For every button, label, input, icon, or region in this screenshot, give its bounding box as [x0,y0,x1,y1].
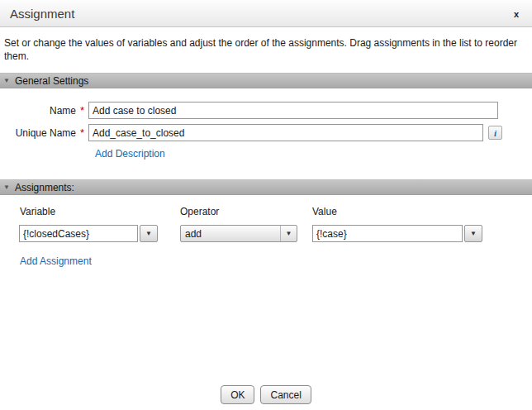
value-dropdown-icon[interactable]: ▼ [464,225,482,242]
collapse-triangle-icon[interactable]: ▼ [3,184,10,191]
operator-dropdown-icon[interactable]: ▼ [280,226,297,241]
unique-name-required-marker: * [76,126,88,139]
info-icon[interactable]: i [488,126,502,140]
general-settings-header-label: General Settings [15,75,88,87]
name-row: Name * [0,102,532,119]
assignment-column-headers: Variable Operator Value [20,206,532,217]
name-label: Name [0,105,76,117]
dialog-footer: OK Cancel [0,385,532,404]
dialog-titlebar: Assignment [0,0,532,27]
variable-combobox: ▼ [19,225,180,242]
assignment-dialog: Assignment x Set or change the values of… [0,0,532,410]
add-assignment-link[interactable]: Add Assignment [20,255,92,267]
add-description-link[interactable]: Add Description [95,148,165,160]
close-icon[interactable]: x [511,6,522,22]
unique-name-label: Unique Name [0,127,76,139]
operator-column-label: Operator [180,206,312,217]
dialog-title: Assignment [10,7,74,21]
value-column-label: Value [312,206,337,217]
name-input[interactable] [88,102,498,119]
assignments-header[interactable]: ▼ Assignments: [0,179,532,195]
general-settings-header[interactable]: ▼ General Settings [0,73,532,88]
unique-name-input[interactable] [88,124,483,141]
operator-select[interactable]: add ▼ [180,225,297,242]
variable-input[interactable] [19,225,138,242]
operator-selected-value: add [181,228,280,240]
assignments-header-label: Assignments: [15,182,74,193]
name-required-marker: * [76,104,88,117]
collapse-triangle-icon[interactable]: ▼ [3,78,10,84]
variable-column-label: Variable [20,206,180,217]
variable-dropdown-icon[interactable]: ▼ [140,225,158,242]
value-combobox: ▼ [312,225,482,242]
value-input[interactable] [312,225,463,242]
cancel-button[interactable]: Cancel [260,385,311,404]
unique-name-row: Unique Name * i [0,124,532,141]
ok-button[interactable]: OK [221,385,254,404]
assignment-row: ▼ add ▼ ▼ [19,225,532,242]
dialog-description: Set or change the values of variables an… [0,27,532,63]
